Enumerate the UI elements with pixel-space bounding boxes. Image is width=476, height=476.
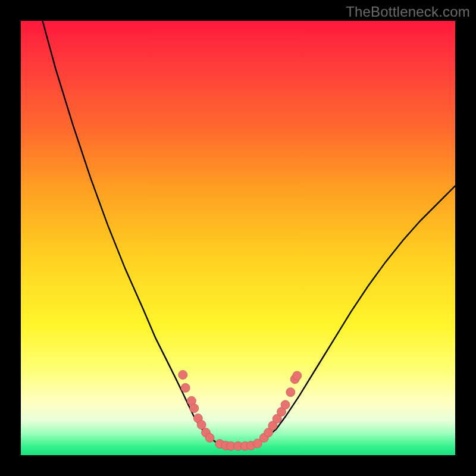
- curve-line: [43, 21, 456, 446]
- chart-frame: TheBottleneck.com: [0, 0, 476, 476]
- scatter-dot: [286, 388, 295, 397]
- scatter-dot: [281, 400, 290, 409]
- scatter-dot: [190, 404, 199, 413]
- scatter-dot: [197, 420, 206, 429]
- scatter-dot: [205, 433, 214, 442]
- chart-overlay: [21, 21, 455, 455]
- scatter-dot: [181, 383, 190, 392]
- scatter-dots: [178, 370, 302, 450]
- scatter-dot: [293, 371, 302, 380]
- watermark-text: TheBottleneck.com: [346, 4, 470, 20]
- scatter-dot: [178, 370, 187, 379]
- plot-area: [21, 21, 455, 455]
